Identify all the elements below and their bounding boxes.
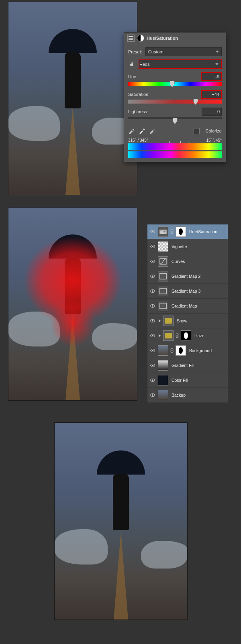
lightness-label: Lightness: bbox=[128, 109, 148, 114]
layer-row[interactable]: Vignette bbox=[147, 239, 228, 254]
svg-point-45 bbox=[152, 394, 153, 396]
svg-rect-29 bbox=[160, 303, 166, 309]
layer-row[interactable]: Backup bbox=[147, 388, 228, 403]
colorize-label: Colorize bbox=[206, 128, 222, 133]
layer-thumbnail[interactable] bbox=[158, 390, 168, 400]
layer-name[interactable]: Backup bbox=[170, 393, 226, 397]
svg-point-41 bbox=[152, 365, 153, 366]
layer-name[interactable]: Gradient Map 3 bbox=[170, 289, 226, 293]
svg-point-19 bbox=[152, 275, 153, 277]
link-icon[interactable] bbox=[170, 347, 174, 354]
hue-saturation-panel: Hue/Saturation Preset: Custom Reds bbox=[124, 32, 226, 162]
svg-rect-28 bbox=[160, 303, 166, 309]
adjustment-thumbnail[interactable] bbox=[158, 226, 168, 237]
visibility-toggle-icon[interactable] bbox=[149, 243, 156, 250]
eyedropper-icon[interactable] bbox=[128, 128, 135, 134]
preset-select[interactable]: Custom bbox=[145, 47, 222, 56]
disclosure-triangle-icon[interactable] bbox=[159, 319, 161, 322]
layer-name[interactable]: Background bbox=[188, 348, 226, 353]
saturation-label: Saturation: bbox=[128, 92, 149, 97]
layer-name[interactable]: Snow bbox=[175, 318, 226, 323]
svg-rect-21 bbox=[160, 273, 166, 279]
preview-image-result bbox=[54, 422, 188, 620]
layer-row[interactable]: Color Fill bbox=[147, 373, 228, 388]
range-right-label: 15° \ 45° bbox=[206, 138, 222, 143]
folder-icon bbox=[163, 330, 174, 341]
eyedropper-subtract-icon[interactable]: - bbox=[149, 128, 155, 134]
layer-name[interactable]: Hue/Saturation bbox=[188, 229, 226, 234]
svg-point-31 bbox=[152, 320, 153, 322]
layer-name[interactable]: Vignette bbox=[170, 244, 226, 249]
saturation-slider[interactable] bbox=[128, 100, 222, 104]
svg-rect-24 bbox=[160, 288, 166, 294]
layer-row[interactable]: Gradient Map bbox=[147, 299, 228, 314]
layer-mask-thumbnail[interactable] bbox=[181, 330, 191, 341]
lightness-slider[interactable] bbox=[128, 117, 222, 121]
adjustment-icon bbox=[137, 35, 144, 42]
visibility-toggle-icon[interactable] bbox=[149, 347, 156, 354]
color-range-bar[interactable] bbox=[128, 143, 222, 150]
svg-text:-: - bbox=[153, 128, 155, 131]
lightness-input[interactable]: 0 bbox=[202, 108, 222, 116]
scrubby-hand-icon[interactable] bbox=[128, 60, 135, 68]
svg-rect-20 bbox=[160, 273, 166, 279]
layer-name[interactable]: Haze bbox=[193, 333, 226, 338]
visibility-toggle-icon[interactable] bbox=[149, 317, 156, 324]
layer-name[interactable]: Gradient Fill bbox=[170, 363, 226, 368]
color-range-bar-2 bbox=[128, 151, 222, 158]
layer-name[interactable]: Color Fill bbox=[170, 378, 226, 383]
saturation-input[interactable]: +44 bbox=[201, 90, 222, 99]
adjustment-thumbnail[interactable] bbox=[158, 301, 168, 311]
link-icon[interactable] bbox=[170, 228, 174, 235]
layer-thumbnail[interactable] bbox=[158, 345, 168, 356]
layer-row[interactable]: Gradient Map 3 bbox=[147, 284, 228, 299]
layer-row[interactable]: Haze bbox=[147, 328, 228, 343]
hue-slider[interactable] bbox=[128, 82, 222, 86]
svg-rect-12 bbox=[171, 232, 173, 234]
layer-row[interactable]: Snow bbox=[147, 314, 228, 328]
layer-row[interactable]: Gradient Map 2 bbox=[147, 269, 228, 284]
hue-input[interactable]: -9 bbox=[201, 72, 222, 81]
svg-rect-34 bbox=[176, 334, 178, 335]
adjustment-thumbnail[interactable] bbox=[158, 256, 168, 267]
layer-row[interactable]: Hue/Saturation bbox=[147, 224, 228, 239]
svg-rect-9 bbox=[162, 230, 164, 232]
visibility-toggle-icon[interactable] bbox=[149, 258, 156, 265]
layer-mask-thumbnail[interactable] bbox=[176, 226, 186, 237]
svg-rect-11 bbox=[171, 230, 173, 231]
range-left-label: 315° / 345° bbox=[128, 138, 148, 143]
layer-row[interactable]: Gradient Fill bbox=[147, 358, 228, 373]
svg-point-16 bbox=[152, 261, 153, 262]
layer-row[interactable]: Curves bbox=[147, 254, 228, 269]
layer-thumbnail[interactable] bbox=[158, 360, 168, 371]
svg-point-14 bbox=[152, 246, 153, 247]
visibility-toggle-icon[interactable] bbox=[149, 273, 156, 280]
layer-thumbnail[interactable] bbox=[158, 375, 168, 385]
panel-menu-icon[interactable] bbox=[127, 35, 135, 42]
layer-name[interactable]: Curves bbox=[170, 259, 226, 264]
colorize-checkbox[interactable] bbox=[194, 128, 200, 134]
visibility-toggle-icon[interactable] bbox=[149, 362, 156, 369]
svg-rect-35 bbox=[176, 336, 178, 338]
eyedropper-add-icon[interactable]: + bbox=[139, 128, 145, 134]
visibility-toggle-icon[interactable] bbox=[149, 332, 156, 339]
layer-name[interactable]: Gradient Map bbox=[170, 304, 226, 308]
layer-thumbnail[interactable] bbox=[158, 241, 168, 252]
adjustment-thumbnail[interactable] bbox=[158, 286, 168, 296]
disclosure-triangle-icon[interactable] bbox=[159, 334, 161, 337]
panel-title: Hue/Saturation bbox=[147, 36, 178, 41]
layer-row[interactable]: Background bbox=[147, 343, 228, 358]
visibility-toggle-icon[interactable] bbox=[149, 287, 156, 295]
channel-select[interactable]: Reds bbox=[139, 59, 222, 69]
layer-mask-thumbnail[interactable] bbox=[176, 345, 186, 356]
visibility-toggle-icon[interactable] bbox=[149, 391, 156, 399]
adjustment-thumbnail[interactable] bbox=[158, 271, 168, 281]
preset-label: Preset: bbox=[128, 49, 142, 54]
layer-name[interactable]: Gradient Map 2 bbox=[170, 274, 226, 279]
visibility-toggle-icon[interactable] bbox=[149, 228, 156, 235]
svg-rect-0 bbox=[129, 36, 133, 37]
visibility-toggle-icon[interactable] bbox=[149, 302, 156, 310]
visibility-toggle-icon[interactable] bbox=[149, 377, 156, 384]
link-icon[interactable] bbox=[175, 332, 179, 339]
svg-point-33 bbox=[152, 335, 153, 336]
